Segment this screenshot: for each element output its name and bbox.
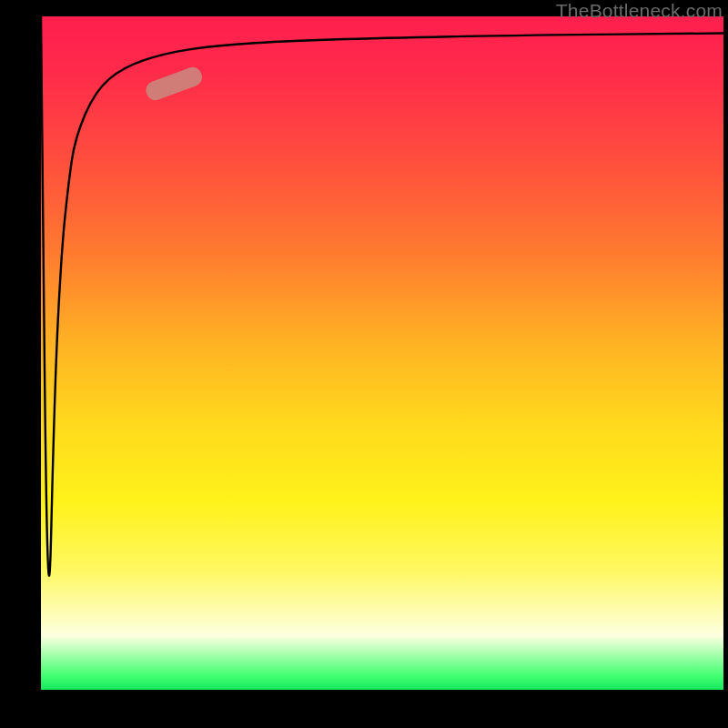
bottleneck-curve [41, 16, 723, 690]
chart-frame: TheBottleneck.com [0, 0, 728, 728]
plot-area [41, 16, 723, 690]
curve-path [41, 16, 723, 576]
curve-marker-pill [144, 65, 205, 103]
watermark-text: TheBottleneck.com [556, 0, 723, 22]
